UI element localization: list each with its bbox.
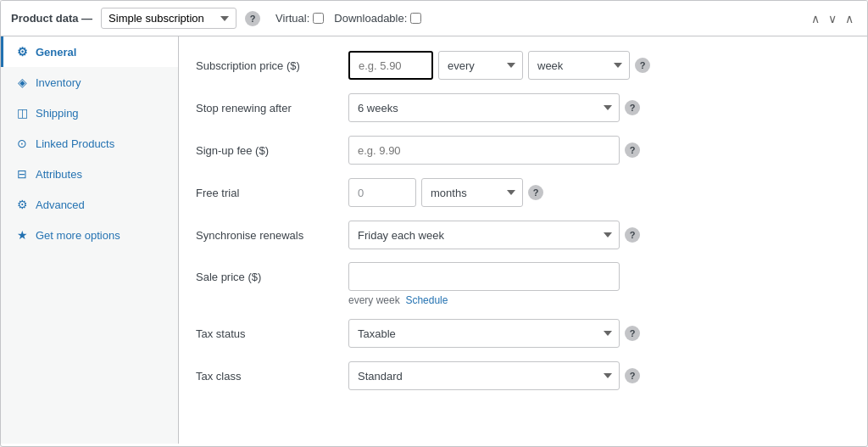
- virtual-downloadable-group: Virtual: Downloadable:: [275, 12, 421, 25]
- sale-price-label: Sale price ($): [196, 271, 348, 283]
- tax-class-controls: Standard Reduced rate Zero rate ?: [348, 361, 850, 390]
- sidebar-item-general[interactable]: ⚙ General: [1, 36, 178, 67]
- stop-renewing-label: Stop renewing after: [196, 102, 348, 115]
- synchronise-renewals-controls: Don't synchronise Monday each week Tuesd…: [348, 221, 850, 249]
- general-icon: ⚙: [15, 45, 29, 59]
- product-data-header: Product data — Simple subscription ? Vir…: [1, 1, 867, 36]
- downloadable-label[interactable]: Downloadable:: [334, 12, 421, 25]
- help-icon-product-type[interactable]: ?: [245, 11, 260, 26]
- sidebar-item-inventory[interactable]: ◈ Inventory: [1, 67, 178, 98]
- sidebar-item-general-label: General: [36, 46, 76, 59]
- help-icon-free-trial[interactable]: ?: [528, 185, 543, 200]
- free-trial-controls: days weeks months years ?: [348, 178, 850, 207]
- tax-class-row: Tax class Standard Reduced rate Zero rat…: [196, 360, 850, 391]
- sidebar-item-advanced-label: Advanced: [36, 198, 85, 211]
- synchronise-renewals-label: Synchronise renewals: [196, 229, 348, 242]
- linked-products-icon: ⊙: [15, 137, 29, 150]
- sale-price-input[interactable]: [348, 262, 620, 291]
- subscription-price-row: Subscription price ($) every every 2 eve…: [196, 50, 850, 81]
- free-trial-label: Free trial: [196, 187, 348, 199]
- sidebar-item-get-more-options-label: Get more options: [36, 229, 120, 242]
- stop-renewing-controls: Never expire 1 week 2 weeks 3 weeks 4 we…: [348, 93, 850, 122]
- product-data-body: ⚙ General ◈ Inventory ◫ Shipping ⊙ Linke…: [1, 36, 867, 444]
- synchronise-renewals-row: Synchronise renewals Don't synchronise M…: [196, 220, 850, 250]
- subscription-price-controls: every every 2 every 3 every 4 every 5 ev…: [348, 51, 850, 80]
- period-select[interactable]: week month year: [528, 51, 630, 80]
- advanced-icon: ⚙: [15, 198, 29, 211]
- sidebar-item-attributes[interactable]: ⊟ Attributes: [1, 159, 178, 189]
- sale-price-row: Sale price ($) every week Schedule: [196, 262, 850, 306]
- stop-renewing-row: Stop renewing after Never expire 1 week …: [196, 92, 850, 123]
- shipping-icon: ◫: [15, 106, 29, 120]
- inventory-icon: ◈: [15, 75, 29, 89]
- signup-fee-row: Sign-up fee ($) ?: [196, 135, 850, 165]
- collapse-up-button[interactable]: ∧: [808, 11, 823, 26]
- sidebar-item-attributes-label: Attributes: [36, 168, 82, 181]
- free-trial-period-select[interactable]: days weeks months years: [421, 178, 523, 207]
- sale-note-prefix: every week: [348, 294, 400, 306]
- free-trial-row: Free trial days weeks months years ?: [196, 177, 850, 208]
- collapse-toggle-button[interactable]: ∧: [842, 11, 857, 26]
- get-more-options-icon: ★: [15, 228, 29, 242]
- tax-status-select[interactable]: Taxable Shipping only None: [348, 319, 620, 348]
- sale-note: every week Schedule: [348, 294, 448, 306]
- subscription-price-input[interactable]: [348, 51, 433, 80]
- help-icon-tax-status[interactable]: ?: [625, 326, 640, 341]
- header-arrows: ∧ ∨ ∧: [808, 11, 857, 26]
- sidebar-item-shipping-label: Shipping: [36, 107, 79, 120]
- sidebar-item-linked-products[interactable]: ⊙ Linked Products: [1, 128, 178, 159]
- help-icon-synchronise-renewals[interactable]: ?: [625, 227, 640, 243]
- signup-fee-controls: ?: [348, 136, 850, 165]
- help-icon-stop-renewing[interactable]: ?: [625, 100, 640, 115]
- schedule-link[interactable]: Schedule: [405, 294, 448, 306]
- sidebar-item-linked-products-label: Linked Products: [36, 137, 114, 150]
- signup-fee-input[interactable]: [348, 136, 620, 165]
- tax-status-controls: Taxable Shipping only None ?: [348, 319, 850, 348]
- tax-class-select[interactable]: Standard Reduced rate Zero rate: [348, 361, 620, 390]
- every-select[interactable]: every every 2 every 3 every 4 every 5 ev…: [438, 51, 523, 80]
- product-type-select[interactable]: Simple subscription: [101, 8, 236, 29]
- free-trial-input[interactable]: [348, 178, 416, 207]
- stop-renewing-select[interactable]: Never expire 1 week 2 weeks 3 weeks 4 we…: [348, 93, 620, 122]
- sidebar-item-get-more-options[interactable]: ★ Get more options: [1, 220, 178, 250]
- signup-fee-label: Sign-up fee ($): [196, 144, 348, 157]
- virtual-label[interactable]: Virtual:: [275, 12, 324, 25]
- tax-status-row: Tax status Taxable Shipping only None ?: [196, 318, 850, 349]
- attributes-icon: ⊟: [15, 167, 29, 181]
- virtual-checkbox[interactable]: [313, 13, 324, 24]
- sale-price-controls: [348, 262, 850, 291]
- help-icon-tax-class[interactable]: ?: [625, 368, 640, 383]
- downloadable-checkbox[interactable]: [410, 13, 421, 24]
- tax-status-label: Tax status: [196, 327, 348, 340]
- sidebar-item-advanced[interactable]: ⚙ Advanced: [1, 189, 178, 220]
- product-data-panel: Product data — Simple subscription ? Vir…: [0, 0, 868, 447]
- sidebar: ⚙ General ◈ Inventory ◫ Shipping ⊙ Linke…: [1, 36, 179, 444]
- main-content: Subscription price ($) every every 2 eve…: [179, 36, 867, 444]
- synchronise-renewals-select[interactable]: Don't synchronise Monday each week Tuesd…: [348, 221, 620, 249]
- help-icon-signup-fee[interactable]: ?: [625, 142, 640, 158]
- product-data-label: Product data —: [11, 12, 92, 25]
- sale-price-inner: Sale price ($): [196, 262, 850, 291]
- help-icon-subscription-price[interactable]: ?: [635, 58, 650, 73]
- tax-class-label: Tax class: [196, 370, 348, 383]
- sidebar-item-inventory-label: Inventory: [36, 76, 81, 89]
- subscription-price-label: Subscription price ($): [196, 59, 348, 72]
- sidebar-item-shipping[interactable]: ◫ Shipping: [1, 98, 178, 128]
- collapse-down-button[interactable]: ∨: [825, 11, 840, 26]
